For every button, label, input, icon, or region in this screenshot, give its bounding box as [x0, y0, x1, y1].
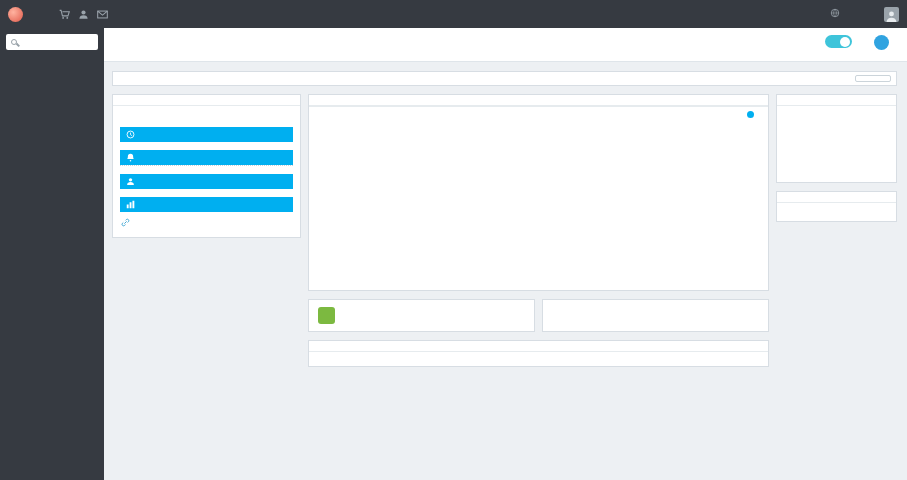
news-article	[777, 138, 896, 170]
notification-stats	[120, 165, 293, 166]
filter-toolbar	[112, 71, 897, 86]
link-icon	[121, 218, 130, 227]
toggle-knob	[840, 37, 850, 47]
panel-header	[309, 341, 768, 352]
marketplace-link[interactable]	[830, 8, 844, 20]
shopgate-module-card	[308, 299, 535, 332]
sidebar-collapse-button[interactable]	[0, 58, 104, 78]
main-area	[104, 28, 907, 480]
chart-legend[interactable]	[309, 107, 768, 118]
tips-heading-row	[777, 203, 896, 211]
sidebar-search[interactable]	[6, 34, 98, 50]
tips-body	[777, 211, 896, 221]
sales-chart[interactable]	[313, 118, 764, 286]
panel-header	[777, 95, 896, 106]
demo-mode-toggle[interactable]	[825, 35, 852, 48]
prestashop-logo[interactable]	[8, 7, 23, 22]
user-avatar[interactable]	[884, 7, 899, 22]
help-control	[874, 35, 889, 52]
panel-header	[309, 95, 768, 106]
currently-pending-header	[120, 127, 293, 142]
topbar-right	[830, 7, 899, 22]
topbar	[0, 0, 907, 28]
search-icon	[11, 39, 17, 45]
prestashop-news-panel	[776, 94, 897, 183]
content-area	[104, 62, 907, 375]
tips-of-the-day-panel	[776, 191, 897, 222]
module-promos	[308, 299, 769, 332]
search-input[interactable]	[21, 37, 93, 47]
forecast-panel	[308, 340, 769, 367]
chart-container	[309, 118, 768, 290]
news-article	[777, 106, 896, 138]
help-icon[interactable]	[874, 35, 889, 50]
activity-overview-panel	[112, 94, 301, 238]
mail-icon[interactable]	[97, 10, 108, 19]
customers-icon[interactable]	[78, 9, 89, 20]
ebay-module-card	[542, 299, 769, 332]
clock-icon	[126, 130, 135, 139]
sales-series-dot	[747, 111, 754, 118]
sidebar	[0, 28, 104, 480]
page-header	[104, 28, 907, 62]
topbar-left	[8, 0, 125, 28]
globe-icon	[830, 8, 840, 20]
traffic-icon	[126, 200, 135, 209]
customers-icon	[126, 177, 135, 186]
google-analytics-link[interactable]	[120, 212, 293, 229]
traffic-header	[120, 197, 293, 212]
customers-newsletters-header	[120, 174, 293, 189]
panel-header	[113, 95, 300, 106]
dashboard-panel	[308, 94, 769, 291]
demo-mode-control	[825, 35, 852, 52]
header-controls	[825, 33, 891, 52]
shopgate-logo	[318, 307, 335, 324]
panel-header	[777, 192, 896, 203]
date-range-picker[interactable]	[855, 75, 891, 82]
cart-icon[interactable]	[59, 9, 70, 20]
bell-icon	[126, 153, 135, 162]
notifications-header	[120, 150, 293, 165]
forecast-legend	[309, 352, 768, 366]
find-more-news-link[interactable]	[777, 170, 896, 182]
